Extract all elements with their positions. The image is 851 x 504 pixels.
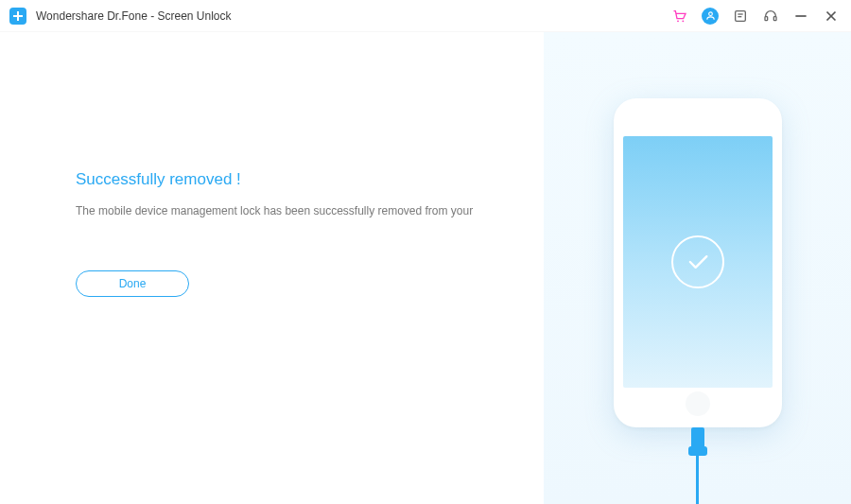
minimize-button[interactable]	[792, 8, 809, 25]
svg-rect-1	[13, 15, 23, 17]
svg-rect-8	[765, 16, 768, 20]
svg-point-2	[677, 20, 679, 22]
done-button-label: Done	[119, 277, 147, 290]
user-icon[interactable]	[702, 8, 719, 25]
svg-point-4	[708, 12, 712, 16]
phone-screen	[623, 136, 773, 388]
app-logo	[9, 8, 26, 25]
app-title: Wondershare Dr.Fone - Screen Unlock	[36, 9, 232, 23]
svg-point-3	[682, 20, 684, 22]
headset-icon[interactable]	[762, 8, 779, 25]
cart-icon[interactable]	[671, 8, 688, 25]
cable-illustration	[688, 427, 707, 504]
status-heading: Successfully removed !	[76, 170, 506, 189]
svg-rect-9	[773, 16, 776, 20]
phone-home-button	[686, 391, 710, 416]
titlebar-icons	[671, 8, 843, 25]
feedback-icon[interactable]	[732, 8, 749, 25]
check-icon	[685, 249, 711, 275]
message-pane: Successfully removed ! The mobile device…	[0, 32, 544, 504]
status-description: The mobile device management lock has be…	[76, 202, 506, 219]
check-circle	[671, 235, 724, 288]
close-button[interactable]	[823, 8, 840, 25]
done-button[interactable]: Done	[76, 270, 189, 297]
content-area: Successfully removed ! The mobile device…	[0, 32, 851, 504]
plus-icon	[12, 10, 24, 22]
illustration-pane	[544, 32, 851, 504]
title-bar: Wondershare Dr.Fone - Screen Unlock	[0, 0, 851, 32]
phone-illustration	[614, 98, 782, 427]
